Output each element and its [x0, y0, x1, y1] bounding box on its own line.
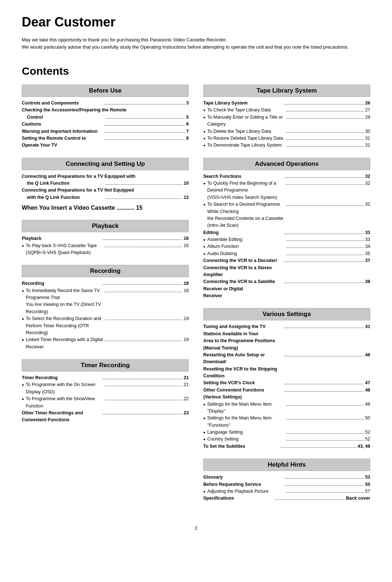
bullet-item: ● To Check the Tape Library Data 27 [203, 107, 370, 114]
toc-recording: Recording Recording 18 ● To Immediately … [22, 265, 189, 351]
bullet-item: ● Language Setting 52 [203, 429, 370, 436]
helpful-hints-header: Helpful Hints [203, 459, 370, 471]
bullet-item: ● To Programme with the ShowView Functio… [22, 395, 189, 410]
toc-entry: Other Convenient Functions (Various Sett… [203, 387, 370, 401]
various-settings-header: Various Settings [203, 308, 370, 320]
toc-playback: Playback Playback 16 ● To Play back S-VH… [22, 220, 189, 256]
toc-entry: Tape Library System 26 [203, 100, 370, 107]
toc-entry: Other Timer Recordings and Convenient Fu… [22, 410, 189, 424]
bullet-item: ● Linked Timer Recordings with a Digital… [22, 336, 189, 351]
toc-entry: Connecting and Preparations for a TV Not… [22, 187, 189, 194]
bullet-item: ● To Manually Enter or Editing a Title o… [203, 114, 370, 128]
toc-entry: Connecting the VCR to a Satellite Receiv… [203, 278, 370, 299]
toc-advanced: Advanced Operations Search Functions 32 … [203, 158, 370, 300]
toc-entry: Restarting the Auto Setup or Download/Re… [203, 352, 370, 380]
recording-header: Recording [22, 265, 189, 277]
bullet-item: ● To Demonstrate Tape Library System 31 [203, 142, 370, 149]
bullet-item: ● To Immediately Record the Same TV Prog… [22, 287, 189, 316]
toc-entry: Connecting and Preparations for a TV Equ… [22, 173, 189, 180]
bullet-item: ● Album Function 34 [203, 243, 370, 250]
dear-customer-title: Dear Customer [22, 15, 370, 30]
before-use-header: Before Use [22, 85, 189, 97]
toc-entry: Timer Recording 21 [22, 374, 189, 381]
toc-entry: Control 5 [22, 114, 189, 121]
bullet-item: ● Audio Dubbing 35 [203, 250, 370, 257]
toc-entry: Connecting the VCR to a Decoder/Connecti… [203, 257, 370, 278]
contents-section: Contents Before Use Controls and Compone… [22, 65, 370, 511]
timer-recording-header: Timer Recording [22, 359, 189, 372]
insert-cassette-entry: When You Insert a Video Cassette .......… [22, 205, 189, 211]
toc-entry: To Set the Subtitles 43, 49 [203, 443, 370, 450]
connecting-header: Connecting and Setting Up [22, 158, 189, 170]
toc-entry: Tuning and Assigning the TV Stations Ava… [203, 323, 370, 352]
toc-entry: with the Q Link Function 12 [22, 194, 189, 201]
toc-entry: Recording 18 [22, 280, 189, 287]
toc-entry: Specifications Back cover [203, 495, 370, 502]
advanced-header: Advanced Operations [203, 158, 370, 170]
bullet-item: ● Assemble Editing 33 [203, 236, 370, 243]
bullet-item: ● Settings for the Main Menu Item "Funct… [203, 415, 370, 429]
bullet-item: ● Settings for the Main Menu Item "Displ… [203, 401, 370, 415]
toc-entry: Controls and Components 3 [22, 100, 189, 107]
toc-entry: Warning and Important Information 7 [22, 128, 189, 135]
toc-before-use: Before Use Controls and Components 3 Che… [22, 85, 189, 149]
toc-various-settings: Various Settings Tuning and Assigning th… [203, 308, 370, 450]
contents-grid: Before Use Controls and Components 3 Che… [22, 85, 370, 511]
toc-entry: Playback 16 [22, 235, 189, 242]
bullet-item: ● To Search for a Desired Programme Whil… [203, 201, 370, 229]
toc-entry: Checking the Accessories/Preparing the R… [22, 107, 189, 114]
toc-entry: Search Functions 32 [203, 173, 370, 180]
bullet-item: ● To Play back S-VHS Cassette Tape(SQPB=… [22, 242, 189, 257]
tape-library-header: Tape Library System [203, 85, 370, 97]
toc-tape-library: Tape Library System Tape Library System … [203, 85, 370, 149]
bullet-item: ● Country Setting 52 [203, 436, 370, 443]
dear-customer-section: Dear Customer May we take this opportuni… [22, 15, 370, 50]
toc-entry: Cautions 6 [22, 121, 189, 128]
left-column: Before Use Controls and Components 3 Che… [22, 85, 189, 511]
toc-helpful-hints: Helpful Hints Glossary 53 Before Request… [203, 459, 370, 502]
bullet-item: ● To Select the Recording Duration andPe… [22, 315, 189, 336]
toc-connecting: Connecting and Setting Up Connecting and… [22, 158, 189, 212]
bullet-item: ● To Restore Deleted Tape Library Data 3… [203, 135, 370, 142]
bullet-item: ● To Programme with the On Screen Displa… [22, 381, 189, 395]
page-footer: 2 [22, 525, 370, 531]
toc-entry: Editing 33 [203, 229, 370, 236]
toc-entry: Glossary 53 [203, 474, 370, 481]
page-number: 2 [195, 525, 197, 531]
toc-entry: Before Requesting Service 55 [203, 481, 370, 488]
bullet-item: ● To Delete the Tape Library Data 30 [203, 128, 370, 135]
playback-header: Playback [22, 220, 189, 232]
bullet-item: ● Adjusting the Playback Picture 57 [203, 488, 370, 495]
bullet-item: ● To Quickly Find the Beginning of a Des… [203, 180, 370, 201]
right-column: Tape Library System Tape Library System … [203, 85, 370, 511]
toc-timer-recording: Timer Recording Timer Recording 21 ● To … [22, 359, 189, 424]
toc-entry: Setting the VCR's Clock 47 [203, 380, 370, 386]
toc-entry: Setting the Remote Control to Operate Yo… [22, 135, 189, 149]
contents-title: Contents [22, 65, 370, 77]
dear-customer-intro: May we take this opportunity to thank yo… [22, 36, 370, 50]
toc-entry: the Q Link Function 10 [22, 180, 189, 187]
